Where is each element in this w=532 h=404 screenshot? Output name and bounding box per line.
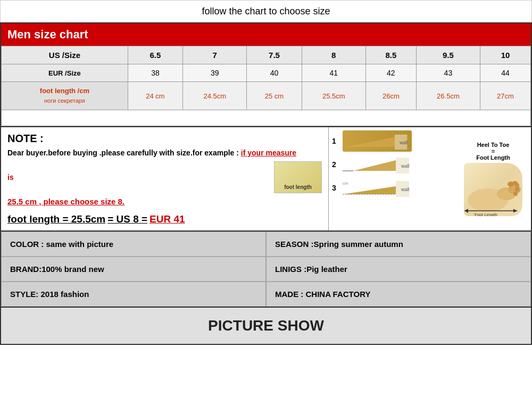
heel-toe-label: Heel To Toe=Foot Length — [476, 142, 510, 161]
svg-point-19 — [513, 192, 518, 196]
foot-25: 25 cm — [247, 82, 302, 110]
us-size-label: US /Size — [2, 46, 128, 64]
foot-255: 25.5cm — [302, 82, 365, 110]
us-size-65: 6.5 — [128, 46, 182, 64]
us-size-75: 7.5 — [247, 46, 302, 64]
eur-42: 42 — [365, 64, 416, 82]
foot-245: 24.5cm — [183, 82, 247, 110]
foot-photo-panel: Heel To Toe=Foot Length — [459, 130, 528, 227]
info-grid: COLOR : same with picture SEASON :Spring… — [0, 232, 532, 308]
foot-length-label: foot length /cmноги секретаря — [2, 82, 128, 110]
note-right-panel: 1 wall 2 — [329, 127, 531, 230]
diagram-img-2: wall — [343, 154, 412, 175]
foot-photo: Foot Length — [464, 163, 522, 216]
info-made: MADE : CHINA FACTORY — [266, 282, 531, 307]
eur-43: 43 — [416, 64, 480, 82]
info-color: COLOR : same with picture — [1, 232, 266, 257]
svg-point-18 — [515, 187, 519, 192]
diagram-row-3: 3 cm wall — [332, 177, 455, 199]
svg-text:wall: wall — [399, 140, 408, 145]
eur-41: 41 — [302, 64, 365, 82]
formula-eur: EUR 41 — [149, 213, 185, 225]
eur-size-label: EUR /Size — [2, 64, 128, 82]
eur-40: 40 — [247, 64, 302, 82]
formula-us: = US 8 = — [107, 213, 147, 225]
diagram-num-2: 2 — [332, 160, 339, 169]
measurement-diagrams: 1 wall 2 — [332, 130, 455, 227]
eur-39: 39 — [183, 64, 247, 82]
svg-point-17 — [515, 183, 519, 187]
svg-text:wall: wall — [401, 187, 410, 192]
us-size-10: 10 — [480, 46, 531, 64]
us-size-7: 7 — [183, 46, 247, 64]
foot-24: 24 cm — [128, 82, 182, 110]
note-text: Dear buyer.before buying .please careful… — [7, 147, 322, 208]
header-title: follow the chart to choose size — [0, 0, 532, 22]
svg-text:cm: cm — [343, 181, 348, 186]
picture-show-title: PICTURE SHOW — [0, 308, 532, 345]
formula-container: foot length = 25.5cm = US 8 = EUR 41 — [7, 213, 322, 225]
note-measure: is — [7, 173, 14, 182]
svg-marker-7 — [343, 186, 396, 194]
svg-marker-0 — [345, 137, 395, 147]
info-brand: BRAND:100% brand new — [1, 257, 266, 282]
diagram-row-2: 2 wall — [332, 154, 455, 175]
svg-text:Foot Length: Foot Length — [475, 212, 497, 216]
us-size-95: 9.5 — [416, 46, 480, 64]
svg-text:wall: wall — [401, 163, 410, 169]
size-chart-title: Men size chart — [1, 23, 531, 46]
foot-26: 26cm — [365, 82, 416, 110]
note-text2: 25.5 cm , please choose size 8. — [7, 195, 322, 208]
foot-265: 26.5cm — [416, 82, 480, 110]
note-text1: Dear buyer.before buying .please careful… — [7, 149, 241, 157]
us-size-85: 8.5 — [365, 46, 416, 64]
diagram-img-1: wall — [343, 130, 412, 152]
measure-diagram-small: foot length — [274, 161, 322, 193]
note-left-panel: NOTE : Dear buyer.before buying .please … — [1, 127, 329, 230]
us-size-8: 8 — [302, 46, 365, 64]
note-diagrams-area: 1 wall 2 — [332, 130, 528, 227]
foot-27: 27cm — [480, 82, 531, 110]
svg-marker-3 — [353, 160, 396, 171]
diagram-num-1: 1 — [332, 137, 339, 145]
note-section: NOTE : Dear buyer.before buying .please … — [0, 127, 532, 231]
info-linigs: LINIGS :Pig leather — [266, 257, 531, 282]
info-season: SEASON :Spring summer autumn — [266, 232, 531, 257]
diagram-num-3: 3 — [332, 184, 339, 192]
note-title: NOTE : — [7, 133, 322, 145]
note-text-highlight: if your measure — [241, 149, 296, 157]
diagram-row-1: 1 wall — [332, 130, 455, 152]
info-style: STYLE: 2018 fashion — [1, 282, 266, 307]
formula-foot: foot length = 25.5cm — [7, 213, 105, 225]
eur-44: 44 — [480, 64, 531, 82]
diagram-img-3: cm wall — [343, 177, 412, 199]
eur-38: 38 — [128, 64, 182, 82]
